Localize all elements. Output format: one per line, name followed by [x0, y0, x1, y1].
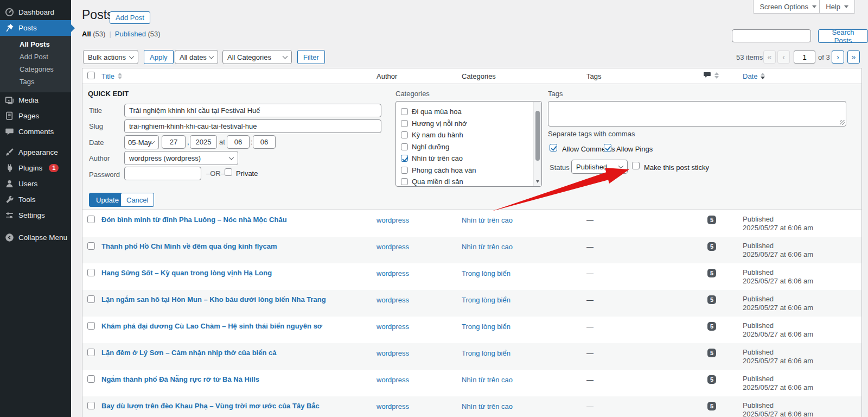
comment-count-bubble[interactable]: 5 — [707, 349, 716, 357]
password-input[interactable] — [124, 167, 201, 180]
author-link[interactable]: wordpress — [376, 243, 409, 251]
scroll-down-icon[interactable] — [536, 180, 539, 183]
row-checkbox[interactable] — [87, 375, 95, 383]
scrollbar[interactable] — [533, 102, 541, 186]
sidebar-item-posts[interactable]: Posts — [0, 20, 71, 36]
row-checkbox[interactable] — [87, 269, 95, 276]
next-page-button[interactable]: › — [832, 50, 844, 64]
tags-textarea[interactable] — [548, 101, 846, 127]
row-checkbox[interactable] — [87, 402, 95, 409]
sidebar-item-users[interactable]: Users — [0, 176, 71, 192]
current-page-input[interactable] — [794, 50, 815, 64]
category-link[interactable]: Nhìn từ trên cao — [462, 216, 513, 224]
sidebar-item-appearance[interactable]: Appearance — [0, 144, 71, 160]
author-link[interactable]: wordpress — [376, 376, 409, 384]
author-link[interactable]: wordpress — [376, 296, 409, 304]
sidebar-item-media[interactable]: Media — [0, 92, 71, 108]
sidebar-subitem-tags[interactable]: Tags — [0, 75, 71, 88]
categories-filter-select[interactable]: All Categories — [222, 50, 292, 64]
category-link[interactable]: Nhìn từ trên cao — [462, 243, 513, 251]
make-sticky-checkbox[interactable] — [632, 162, 640, 169]
post-title-link[interactable]: Ngắm thành phố Đà Nẵng rực rỡ từ Bà Nà H… — [101, 375, 259, 383]
post-title-link[interactable]: Lặn đêm ở Lý Sơn – Cảm nhận nhịp thở của… — [101, 349, 276, 357]
author-link[interactable]: wordpress — [376, 216, 409, 224]
category-link[interactable]: Trong lòng biển — [462, 269, 510, 277]
comment-count-bubble[interactable]: 5 — [707, 269, 716, 277]
sidebar-subitem-categories[interactable]: Categories — [0, 63, 71, 75]
sidebar-item-tools[interactable]: Tools — [0, 192, 71, 207]
row-checkbox[interactable] — [87, 349, 95, 356]
apply-button[interactable]: Apply — [144, 50, 174, 64]
slug-input[interactable] — [124, 119, 381, 133]
title-input[interactable] — [124, 104, 381, 117]
last-page-button[interactable]: » — [847, 50, 860, 64]
year-input[interactable] — [190, 135, 217, 149]
minute-input[interactable] — [253, 135, 276, 149]
post-title-link[interactable]: Khám phá đại dương Cù Lao Chàm – Hệ sinh… — [101, 322, 322, 330]
select-all-checkbox[interactable] — [87, 72, 95, 79]
allow-pings-checkbox[interactable] — [604, 144, 611, 151]
comment-count-bubble[interactable]: 5 — [707, 402, 716, 410]
search-input[interactable] — [732, 29, 811, 42]
category-link[interactable]: Trong lòng biển — [462, 349, 510, 357]
category-checkbox-hương-vị-nỗi-nhớ[interactable] — [401, 120, 408, 127]
author-link[interactable]: wordpress — [376, 269, 409, 277]
post-title-link[interactable]: Bay dù lượn trên đèo Khau Phạ – Vùng trờ… — [101, 402, 320, 410]
comment-count-bubble[interactable]: 5 — [707, 216, 716, 224]
category-link[interactable]: Nhìn từ trên cao — [462, 376, 513, 384]
month-select[interactable]: 05-May — [124, 135, 159, 149]
post-title-link[interactable]: Hang Sửng Sốt – Kỳ quan trong lòng vịnh … — [101, 269, 272, 277]
hour-input[interactable] — [227, 135, 250, 149]
post-title-link[interactable]: Lặn ngắm san hô tại Hòn Mun – Kho báu dư… — [101, 295, 326, 304]
view-published-link[interactable]: Published (53) — [115, 30, 161, 38]
scrollbar-thumb[interactable] — [535, 111, 540, 161]
author-link[interactable]: wordpress — [376, 349, 409, 357]
bulk-actions-select[interactable]: Bulk actions — [83, 50, 138, 64]
filter-button[interactable]: Filter — [297, 50, 325, 64]
sort-by-date[interactable]: Date — [743, 72, 765, 80]
sidebar-item-collapse-menu[interactable]: Collapse Menu — [0, 230, 71, 245]
dates-filter-select[interactable]: All dates — [175, 50, 218, 64]
sort-by-comments[interactable] — [703, 71, 719, 79]
private-checkbox[interactable] — [225, 168, 232, 176]
screen-options-button[interactable]: Screen Options — [753, 0, 823, 14]
add-post-button[interactable]: Add Post — [110, 11, 150, 24]
sidebar-subitem-add-post[interactable]: Add Post — [0, 50, 71, 63]
sidebar-item-settings[interactable]: Settings — [0, 207, 71, 223]
author-link[interactable]: wordpress — [376, 402, 409, 410]
category-checkbox-nhìn-từ-trên-cao[interactable] — [401, 155, 408, 162]
comment-count-bubble[interactable]: 5 — [707, 375, 716, 384]
category-link[interactable]: Trong lòng biển — [462, 323, 510, 331]
comment-count-bubble[interactable]: 5 — [707, 242, 716, 251]
row-checkbox[interactable] — [87, 322, 95, 330]
sidebar-item-dashboard[interactable]: Dashboard — [0, 4, 71, 20]
allow-comments-checkbox[interactable] — [550, 144, 557, 151]
row-checkbox[interactable] — [87, 295, 95, 303]
post-title-link[interactable]: Đón bình minh từ đỉnh Pha Luông – Nóc nh… — [101, 216, 287, 224]
sidebar-item-comments[interactable]: Comments — [0, 124, 71, 140]
category-checkbox-kỳ-nam-du-hành[interactable] — [401, 131, 408, 138]
category-checkbox-nghỉ-dưỡng[interactable] — [401, 143, 408, 150]
category-checkbox-phong-cách-hoa-văn[interactable] — [401, 167, 408, 174]
comment-count-bubble[interactable]: 5 — [707, 322, 716, 331]
category-link[interactable]: Nhìn từ trên cao — [462, 402, 513, 410]
sidebar-item-pages[interactable]: Pages — [0, 108, 71, 124]
category-checkbox-qua-miền-di-sản[interactable] — [401, 178, 408, 185]
sort-by-title[interactable]: Title — [101, 72, 122, 80]
category-link[interactable]: Trong lòng biển — [462, 296, 510, 304]
category-checkbox-đi-qua-mùa-hoa[interactable] — [401, 108, 408, 115]
row-checkbox[interactable] — [87, 242, 95, 250]
cancel-button[interactable]: Cancel — [120, 193, 154, 207]
sidebar-subitem-all-posts[interactable]: All Posts — [0, 38, 71, 50]
author-select[interactable]: wordpress (wordpress) — [124, 151, 238, 165]
help-button[interactable]: Help — [819, 0, 855, 14]
sidebar-item-plugins[interactable]: Plugins1 — [0, 160, 71, 176]
post-title-link[interactable]: Thành phố Hồ Chí Minh về đêm qua ống kín… — [101, 242, 277, 250]
row-checkbox[interactable] — [87, 216, 95, 223]
day-input[interactable] — [162, 135, 186, 149]
resize-grip-icon[interactable] — [840, 120, 845, 125]
search-posts-button[interactable]: Search Posts — [818, 29, 868, 43]
author-link[interactable]: wordpress — [376, 323, 409, 331]
view-all-link[interactable]: All (53) — [82, 30, 105, 38]
status-select[interactable]: Published — [571, 160, 628, 174]
